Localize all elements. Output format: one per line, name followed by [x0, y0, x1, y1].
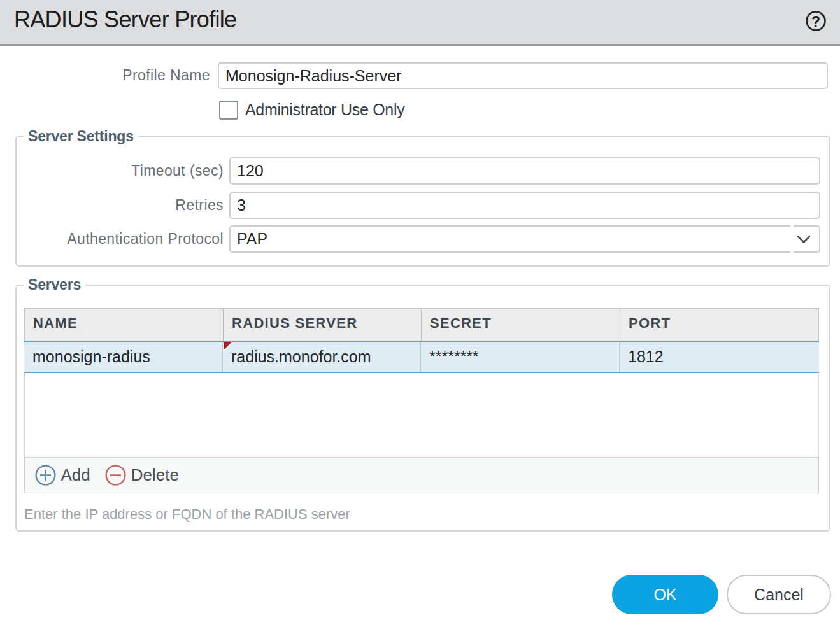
- svg-text:?: ?: [811, 13, 820, 30]
